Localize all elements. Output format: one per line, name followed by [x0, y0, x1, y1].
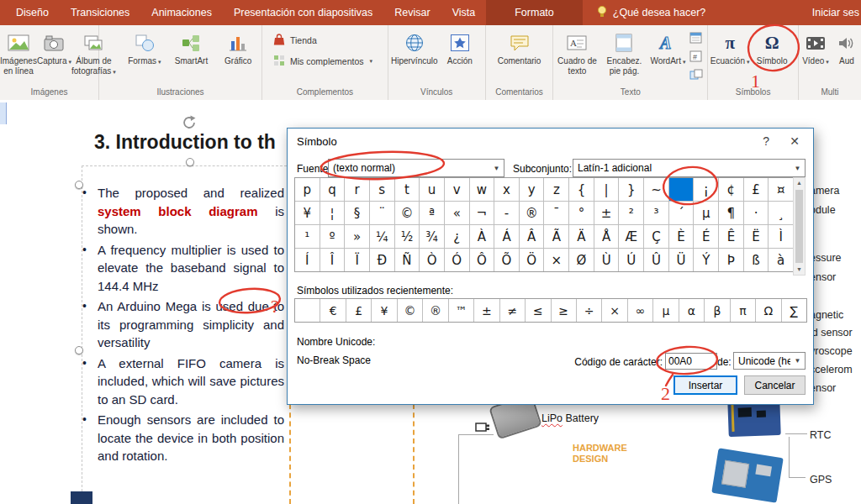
rotate-handle-icon[interactable]: [180, 113, 198, 135]
symbol-button[interactable]: Ω Símbolo: [752, 28, 792, 66]
symbol-cell[interactable]: §: [345, 202, 369, 224]
object-icon[interactable]: [689, 69, 703, 84]
recent-symbol-cell[interactable]: €: [320, 299, 345, 322]
symbol-cell[interactable]: ×: [544, 249, 568, 271]
online-images-button[interactable]: Imágenes en línea: [0, 28, 37, 76]
audio-button[interactable]: Aud: [832, 28, 861, 66]
symbol-cell[interactable]: ²: [619, 202, 643, 224]
symbol-cell[interactable]: º: [320, 225, 345, 248]
recent-symbol-cell[interactable]: ≥: [552, 299, 576, 322]
wordart-button[interactable]: A WordArt▾: [647, 28, 688, 67]
recent-symbol-cell[interactable]: ×: [602, 299, 626, 322]
date-time-icon[interactable]: [689, 32, 703, 47]
subset-combobox[interactable]: Latín-1 adicional ▼: [573, 159, 806, 177]
ribbon-tab[interactable]: Diseño: [5, 0, 60, 25]
symbol-cell[interactable]: ¡: [694, 178, 718, 201]
symbol-cell[interactable]: ¦: [320, 202, 345, 224]
symbol-cell[interactable]: Ü: [669, 249, 694, 271]
symbol-cell[interactable]: ½: [395, 225, 420, 248]
equation-button[interactable]: π Ecuación▾: [708, 28, 752, 67]
symbol-cell[interactable]: Ø: [569, 249, 594, 271]
recent-symbol-cell[interactable]: Ω: [756, 299, 780, 322]
resize-handle[interactable]: [186, 158, 194, 166]
symbol-cell[interactable]: ~: [644, 178, 668, 201]
symbol-cell[interactable]: {: [569, 178, 594, 201]
symbol-cell[interactable]: Û: [644, 249, 668, 271]
symbol-cell[interactable]: Í: [295, 249, 320, 271]
symbol-cell[interactable]: q: [320, 178, 345, 201]
action-button[interactable]: Acción: [441, 28, 479, 66]
symbol-cell[interactable]: t: [395, 178, 420, 201]
symbol-cell[interactable]: |: [594, 178, 619, 201]
slide-number-icon[interactable]: #: [689, 50, 703, 66]
symbol-cell[interactable]: w: [470, 178, 494, 201]
symbol-cell[interactable]: ±: [594, 202, 619, 224]
symbol-cell[interactable]: £: [744, 178, 769, 201]
symbol-cell[interactable]: ¾: [420, 225, 444, 248]
symbol-cell[interactable]: Ö: [520, 249, 544, 271]
symbol-cell[interactable]: Ë: [744, 225, 769, 248]
symbol-cell[interactable]: Õ: [494, 249, 519, 271]
symbol-cell[interactable]: x: [494, 178, 519, 201]
close-icon[interactable]: ✕: [790, 134, 800, 148]
symbol-cell[interactable]: Ú: [619, 249, 643, 271]
symbol-cell[interactable]: Ô: [470, 249, 494, 271]
recent-symbol-cell[interactable]: β: [705, 299, 729, 322]
recent-symbol-cell[interactable]: ≠: [500, 299, 525, 322]
symbol-cell[interactable]: }: [619, 178, 643, 201]
symbol-cell[interactable]: ¨: [370, 202, 394, 224]
recent-symbol-cell[interactable]: ÷: [577, 299, 601, 322]
symbol-cell[interactable]: Ê: [719, 225, 743, 248]
symbol-cell[interactable]: Ó: [445, 249, 469, 271]
symbol-cell[interactable]: Ý: [694, 249, 718, 271]
symbol-cell[interactable]: ¯: [544, 202, 568, 224]
symbol-cell[interactable]: ¥: [295, 202, 320, 224]
from-combobox[interactable]: Unicode (hex) ▼: [733, 352, 806, 370]
symbol-cell[interactable]: v: [445, 178, 469, 201]
scroll-up-icon[interactable]: ▲: [796, 178, 802, 188]
symbol-cell[interactable]: ¼: [370, 225, 394, 248]
recent-symbol-cell[interactable]: ≤: [526, 299, 550, 322]
ribbon-tab[interactable]: Revisar: [383, 0, 441, 25]
symbol-cell[interactable]: É: [694, 225, 718, 248]
sign-in-link[interactable]: Iniciar ses: [812, 7, 861, 18]
symbol-cell[interactable]: u: [420, 178, 444, 201]
symbol-cell[interactable]: -: [494, 202, 519, 224]
symbol-cell[interactable]: s: [370, 178, 394, 201]
symbol-cell[interactable]: Ç: [644, 225, 668, 248]
symbol-cell[interactable]: ¤: [769, 178, 793, 201]
symbol-cell[interactable]: Ñ: [395, 249, 420, 271]
symbol-cell[interactable]: ¶: [719, 202, 743, 224]
ribbon-tab[interactable]: Animaciones: [140, 0, 223, 25]
symbol-cell[interactable]: ´: [669, 202, 694, 224]
cancel-button[interactable]: Cancelar: [744, 375, 806, 395]
symbol-cell[interactable]: Æ: [619, 225, 643, 248]
comment-button[interactable]: Comentario: [493, 28, 547, 66]
tell-me-box[interactable]: ¿Qué desea hacer?: [596, 5, 706, 21]
ribbon-tab[interactable]: Presentación con diapositivas: [223, 0, 383, 25]
symbol-cell[interactable]: Ä: [569, 225, 594, 248]
recent-symbol-cell[interactable]: µ: [653, 299, 678, 322]
symbol-cell[interactable]: ·: [744, 202, 769, 224]
hyperlink-button[interactable]: Hipervínculo: [388, 28, 441, 66]
screenshot-button[interactable]: Captura▾: [37, 28, 71, 67]
video-button[interactable]: Vídeo▾: [799, 28, 832, 67]
chart-button[interactable]: Gráfico: [214, 28, 261, 66]
symbol-cell[interactable]: ©: [395, 202, 420, 224]
symbol-cell[interactable]: z: [544, 178, 568, 201]
symbol-cell[interactable]: Ò: [420, 249, 444, 271]
bullet-list[interactable]: •The proposed and realized system block …: [82, 184, 284, 468]
symbol-cell[interactable]: Ì: [769, 225, 793, 248]
symbol-cell[interactable]: à: [769, 249, 793, 271]
shapes-button[interactable]: Formas▾: [121, 28, 168, 67]
recent-symbol-cell[interactable]: ©: [398, 299, 422, 322]
recent-symbol-cell[interactable]: ¥: [372, 299, 396, 322]
symbol-cell[interactable]: Þ: [719, 249, 743, 271]
symbol-cell[interactable]: Ã: [544, 225, 568, 248]
symbol-cell[interactable]: ß: [744, 249, 769, 271]
symbol-cell[interactable]: Å: [594, 225, 619, 248]
font-combobox[interactable]: (texto normal) ▼: [328, 159, 504, 177]
symbol-cell[interactable]: µ: [694, 202, 718, 224]
symbol-cell[interactable]: Î: [320, 249, 345, 271]
header-footer-button[interactable]: Encabez. pie pág.: [600, 28, 647, 76]
